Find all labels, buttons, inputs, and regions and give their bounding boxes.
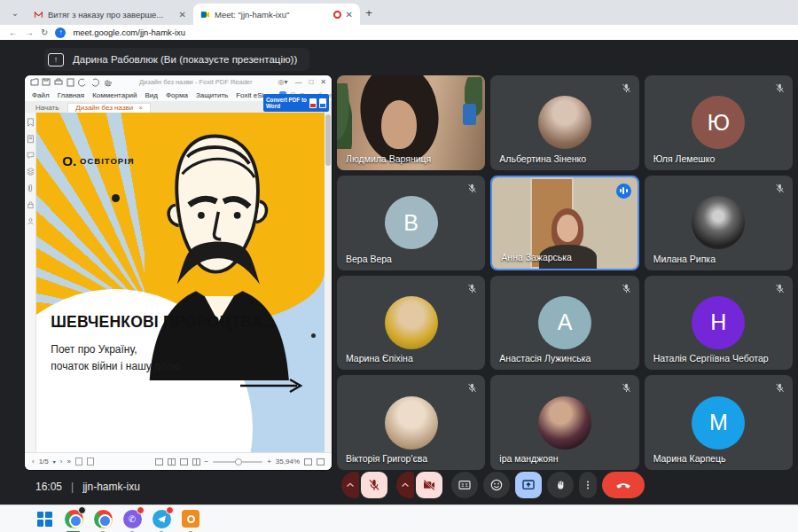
minimize-button[interactable]: — [294, 78, 301, 86]
forward-icon[interactable]: → [25, 27, 34, 37]
raise-hand-button[interactable] [547, 472, 574, 498]
quick-access-toolbar[interactable] [30, 77, 121, 87]
browser-tab-gmail[interactable]: Витяг з наказу про заверше... ✕ [27, 4, 193, 25]
menu-item[interactable]: Вид [145, 91, 158, 99]
document-tab[interactable]: Дизайн без назви × [67, 103, 151, 113]
fit-width-icon[interactable] [304, 458, 312, 466]
end-call-button[interactable] [602, 472, 645, 498]
participant-tile[interactable]: А Анастасія Лужинська [490, 276, 638, 371]
bookmark-icon[interactable] [27, 118, 35, 127]
camera-off-button[interactable] [416, 472, 442, 498]
mic-off-icon [466, 183, 478, 194]
participant-name: Наталія Сергіївна Чеботар [653, 353, 769, 364]
signature-icon[interactable] [27, 217, 35, 225]
participant-tile[interactable]: Ю Юля Лемешко [645, 75, 793, 170]
zoom-out-icon[interactable]: − [205, 458, 209, 466]
word-file-icon [319, 98, 326, 108]
gmail-icon [34, 10, 43, 20]
chrome-taskbar-icon-1[interactable] [63, 508, 84, 529]
participant-tile[interactable]: Вікторія Григор'єва [337, 375, 485, 470]
chrome-taskbar-icon-2[interactable] [92, 508, 113, 529]
menu-item[interactable]: Файл [32, 91, 50, 99]
browser-toolbar: ← → ↻ ↑ meet.google.com/jjn-hamk-ixu [0, 25, 798, 40]
zoom-slider-knob[interactable] [235, 458, 242, 466]
participant-tile[interactable]: Альбертина Зіненко [490, 75, 638, 170]
page-dropdown-icon[interactable]: ▾ [53, 458, 56, 465]
mic-off-icon [466, 283, 478, 294]
view-mode-4-icon[interactable] [192, 458, 200, 466]
mic-off-icon [774, 183, 786, 194]
more-options-button[interactable] [579, 472, 597, 498]
close-button[interactable]: ✕ [320, 78, 326, 86]
attachment-icon[interactable] [27, 184, 34, 192]
participant-tile-active-speaker[interactable]: Анна Зажарська [490, 176, 638, 270]
hand-tool-icon [106, 80, 111, 86]
zoom-slider[interactable] [213, 461, 262, 463]
back-icon[interactable]: ← [9, 27, 18, 37]
fullscreen-icon[interactable] [317, 458, 325, 466]
menu-item[interactable]: Главная [58, 91, 84, 99]
reload-icon[interactable]: ↻ [41, 27, 48, 37]
lock-icon[interactable] [27, 200, 35, 209]
mic-off-icon [774, 82, 786, 94]
maximize-button[interactable]: □ [309, 78, 313, 86]
tab-close-icon[interactable]: ✕ [179, 10, 186, 20]
participant-tile[interactable]: Марина Єпіхіна [337, 276, 485, 371]
arrow-right-icon [239, 378, 304, 394]
tab-close-icon[interactable]: ✕ [346, 10, 353, 20]
participant-tile[interactable]: М Марина Карпець [645, 375, 793, 470]
present-screen-button[interactable] [515, 472, 542, 498]
tab-close-icon[interactable]: × [138, 104, 143, 112]
reactions-button[interactable] [483, 472, 510, 498]
menu-item[interactable]: Защитить [196, 91, 228, 99]
tab-title: Витяг з наказу про заверше... [48, 10, 175, 20]
menu-item[interactable]: Форма [166, 91, 188, 99]
avatar: В [385, 196, 438, 249]
next-page-icon[interactable]: › [60, 458, 63, 466]
viber-taskbar-icon[interactable]: ✆ [121, 508, 143, 529]
participant-name: Вера Вера [346, 254, 392, 264]
captions-button[interactable] [451, 472, 478, 498]
single-page-icon[interactable] [75, 458, 82, 466]
view-mode-3-icon[interactable] [180, 458, 188, 466]
prev-page-icon[interactable]: ‹ [32, 458, 35, 466]
zoom-in-icon[interactable]: + [267, 458, 271, 466]
scrollbar-thumb[interactable] [325, 114, 331, 166]
participant-tile[interactable]: іра манджоян [490, 375, 638, 470]
camera-options-chevron[interactable] [396, 472, 414, 498]
view-mode-1-icon[interactable] [155, 458, 163, 466]
mic-off-icon [621, 283, 632, 294]
windows-start-button[interactable] [34, 508, 55, 529]
new-tab-button[interactable]: + [360, 4, 378, 21]
mic-options-chevron[interactable] [341, 472, 359, 498]
facing-page-icon[interactable] [87, 458, 94, 466]
avatar: А [538, 296, 591, 349]
participant-tile[interactable]: Милана Рипка [645, 176, 793, 270]
tab-search-icon[interactable]: ⌄ [5, 3, 25, 22]
menu-item[interactable]: Комментарий [92, 91, 137, 99]
view-mode-2-icon[interactable] [168, 458, 176, 466]
account-icon[interactable]: ◎▾ [278, 78, 287, 86]
document-scrollbar[interactable] [325, 113, 332, 452]
convert-pdf-to-word-badge[interactable]: Convert PDF to Word [263, 94, 329, 112]
last-page-icon[interactable]: » [66, 458, 70, 466]
pages-icon[interactable] [27, 135, 35, 144]
url-text[interactable]: meet.google.com/jjn-hamk-ixu [73, 27, 185, 37]
avatar-letter: Н [710, 309, 726, 335]
avatar [385, 396, 438, 450]
participant-tile[interactable]: В Вера Вера [337, 176, 485, 270]
mic-off-button[interactable] [361, 472, 387, 498]
foxit-sidebar [25, 113, 36, 452]
browser-tab-meet[interactable]: Meet: "jjn-hamk-ixu" ✕ [193, 4, 360, 25]
avatar-letter: Ю [708, 110, 730, 136]
present-icon [48, 53, 64, 66]
document-view[interactable]: О. ОСВІТОРІЯ ШЕВЧЕНКОВІ ПРОРОЦТВА... Пое… [36, 113, 325, 452]
start-tab[interactable]: Начать [27, 104, 67, 113]
comment-icon[interactable] [27, 152, 35, 160]
sharing-indicator-icon[interactable]: ↑ [55, 27, 66, 38]
layers-icon[interactable] [27, 168, 35, 176]
participant-tile[interactable]: Людмила Варяниця [337, 75, 485, 170]
orange-app-taskbar-icon[interactable] [180, 508, 201, 529]
telegram-taskbar-icon[interactable] [151, 508, 172, 529]
participant-tile[interactable]: Н Наталія Сергіївна Чеботар [645, 276, 793, 371]
